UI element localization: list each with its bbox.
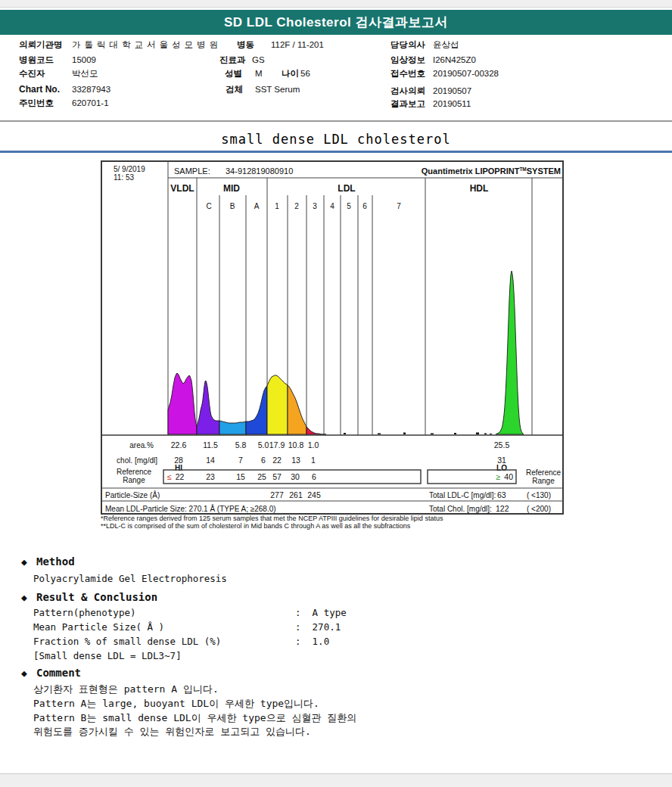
subband-label: A xyxy=(254,202,260,210)
chol-value: 1 xyxy=(311,456,316,465)
field-value: 박선모 xyxy=(72,69,98,78)
total-chol-label: Total Chol. [mg/dl]: xyxy=(429,505,492,513)
comment-line: 위험도를 증가시킬 수 있는 위험인자로 보고되고 있습니다. xyxy=(33,724,311,739)
field-label: 진료과 xyxy=(219,54,252,65)
field-value: 56 xyxy=(300,69,310,78)
chart-time: 11: 53 xyxy=(114,173,134,182)
subband-label: B xyxy=(230,202,235,210)
ldl1-peak xyxy=(267,375,288,434)
patient-row: 병원코드15009 xyxy=(19,54,96,65)
ref-range-label-left: Reference xyxy=(117,468,152,476)
ref-value: 25 xyxy=(257,472,266,481)
subband-label: 2 xyxy=(294,202,299,210)
result-name: Fraction % of small dense LDL (%) xyxy=(33,636,295,647)
particle-value: 277 xyxy=(270,490,284,499)
total-chol-ref: ( <200) xyxy=(527,505,551,513)
field-value: 윤상섭 xyxy=(433,40,459,49)
result-note: [Small dense LDL = LDL3~7] xyxy=(33,650,182,661)
comment-heading: ◆Comment xyxy=(21,667,81,679)
ref-range-label-right2: Range xyxy=(532,477,555,485)
ref-value: 57 xyxy=(272,472,282,481)
area-value: 10.8 xyxy=(288,440,304,449)
window-bottom-strip xyxy=(0,773,672,787)
result-row: Pattern(phenotype): A type xyxy=(33,607,347,618)
particle-value: 245 xyxy=(307,490,321,499)
method-body: Polyacrylamide Gel Electrophoresis xyxy=(33,573,227,584)
patient-row: 검사의뢰20190507 xyxy=(390,86,471,96)
field-value: SST Serum xyxy=(255,85,300,94)
area-value: 5.8 xyxy=(235,440,247,449)
particle-row-label: Particle-Size (Å) xyxy=(105,490,160,499)
subband-label: 5 xyxy=(347,202,351,210)
field-label: 접수번호 xyxy=(390,68,433,79)
diamond-bullet-icon: ◆ xyxy=(21,592,36,603)
area-value: 17.9 xyxy=(269,440,285,449)
field-value: 20190507-00328 xyxy=(433,69,499,78)
section-title: small dense LDL cholesterol xyxy=(0,132,672,147)
field-label: 병동 xyxy=(237,39,271,50)
result-row: Fraction % of small dense LDL (%): 1.0 xyxy=(33,636,329,647)
field-label: 병원코드 xyxy=(19,54,72,65)
total-ldl-ref: ( <130) xyxy=(527,491,551,499)
field-label: 검체 xyxy=(226,84,255,95)
diamond-bullet-icon: ◆ xyxy=(21,556,36,568)
ref-value: 30 xyxy=(291,472,300,481)
patient-row: 의뢰기관명가톨릭대학교서울성모병원 xyxy=(19,39,222,50)
field-label: 성별 xyxy=(225,68,255,79)
flag-hi: HI xyxy=(175,464,182,472)
patient-row: 담당의사윤상섭 xyxy=(390,39,459,50)
method-heading: ◆Method xyxy=(21,555,75,568)
area-value: 1.0 xyxy=(308,440,319,449)
result-value: 1.0 xyxy=(313,636,330,647)
field-value: I26N425Z0 xyxy=(433,55,476,64)
subband-label: 1 xyxy=(275,202,279,210)
comment-line: 상기환자 표현형은 pattern A 입니다. xyxy=(33,682,219,696)
total-ldl-value: 63 xyxy=(497,490,506,499)
field-label: 담당의사 xyxy=(390,39,433,50)
patient-row: 임상정보I26N425Z0 xyxy=(390,54,476,65)
accent-divider-line xyxy=(0,151,672,153)
result-sep: : xyxy=(295,621,301,633)
result-row: Mean Particle Size( Å ): 270.1 xyxy=(33,621,341,633)
chol-value: 13 xyxy=(291,456,300,465)
field-label: 의뢰기관명 xyxy=(19,39,72,50)
band-label-vldl: VLDL xyxy=(170,183,194,194)
field-value: 620701-1 xyxy=(72,98,109,107)
result-name: Pattern(phenotype) xyxy=(33,607,295,618)
sample-label: SAMPLE: xyxy=(174,166,210,176)
ref-range-label-left2: Range xyxy=(123,476,145,484)
result-sep: : xyxy=(295,607,301,618)
total-ldl-label: Total LDL-C [mg/dl]: xyxy=(429,491,496,499)
chol-value: 6 xyxy=(261,456,266,465)
window-top-strip xyxy=(0,0,672,8)
ref-range-label-right: Reference xyxy=(526,468,562,477)
comment-line: Pattern A는 large, buoyant LDL이 우세한 type입… xyxy=(33,696,319,711)
result-sep: : xyxy=(295,636,301,647)
mean-particle-label: Mean LDL-Particle Size: 270.1 Å (TYPE A;… xyxy=(105,504,276,513)
chart-date: 5/ 9/2019 xyxy=(114,165,145,173)
result-heading: ◆Result & Conclusion xyxy=(21,591,157,603)
area-value: 11.5 xyxy=(203,440,218,449)
chart-footnotes: *Reference ranges derived from 125 serum… xyxy=(101,515,443,530)
lipoprint-chart: 5/ 9/2019 11: 53 SAMPLE: 34-912819080910… xyxy=(101,160,564,515)
field-label: Chart No. xyxy=(19,84,72,95)
field-value: 33287943 xyxy=(72,85,110,94)
ref-value: 15 xyxy=(236,472,245,481)
patient-row: 주민번호620701-1 xyxy=(19,98,109,108)
flag-lo: LO xyxy=(496,464,507,472)
report-page: SD LDL Cholesterol 검사결과보고서 의뢰기관명가톨릭대학교서울… xyxy=(0,0,672,787)
particle-value: 261 xyxy=(289,490,303,499)
field-label: 주민번호 xyxy=(19,98,72,108)
result-value: A type xyxy=(313,607,347,618)
patient-row: 진료과GS xyxy=(219,54,265,65)
report-title: SD LDL Cholesterol 검사결과보고서 xyxy=(224,14,448,31)
field-label: 결과보고 xyxy=(390,98,433,109)
result-value: 270.1 xyxy=(313,621,341,633)
chart-border xyxy=(101,161,563,514)
field-value: 20190511 xyxy=(433,99,471,108)
subband-label: C xyxy=(206,202,211,210)
field-value: 15009 xyxy=(72,55,96,64)
field-value: GS xyxy=(252,55,265,64)
area-value: 25.5 xyxy=(494,440,510,449)
patient-row: 결과보고20190511 xyxy=(390,98,471,109)
